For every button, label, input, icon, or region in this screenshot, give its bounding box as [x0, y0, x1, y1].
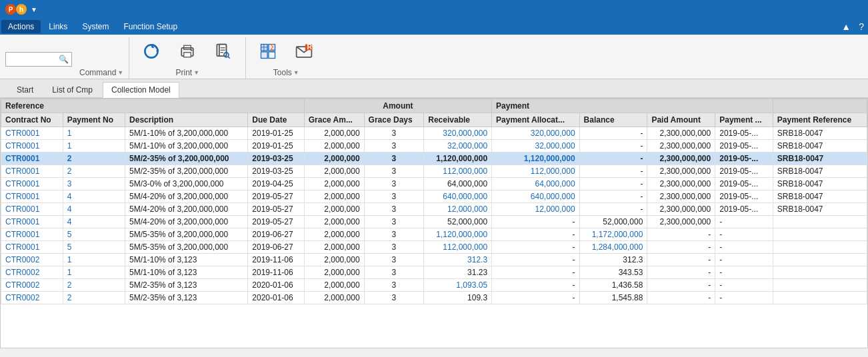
pivot-button[interactable]: ∑ — [251, 37, 285, 67]
menu-item-actions[interactable]: Actions — [1, 20, 41, 33]
table-cell: 2,000,000 — [304, 140, 364, 153]
table-cell: 4 — [63, 190, 125, 203]
table-row[interactable]: CTR000215M/1-10% of 3,1232019-11-062,000… — [1, 254, 867, 266]
col-grace-amount: Grace Am... — [304, 113, 364, 127]
table-cell: 5M/4-20% of 3,200,000,000 — [125, 190, 248, 203]
table-cell: 5M/5-35% of 3,200,000,000 — [125, 241, 248, 254]
table-row[interactable]: CTR000215M/1-10% of 3,1232019-11-062,000… — [1, 266, 867, 279]
pivot-icon: ∑ — [257, 41, 279, 62]
ribbon-group-command: Command ▼ — [74, 37, 129, 79]
table-row[interactable]: CTR000155M/5-35% of 3,200,000,0002019-06… — [1, 241, 867, 254]
table-cell: - — [492, 266, 580, 279]
data-table-container[interactable]: Reference Amount Payment Contract No Pay… — [0, 98, 868, 348]
table-cell: 2,000,000 — [304, 153, 364, 165]
table-cell: SRB18-0047 — [773, 190, 867, 203]
command-expand-icon[interactable]: ▼ — [117, 69, 123, 76]
table-cell: 3 — [364, 140, 424, 153]
tab-collection-model[interactable]: Collection Model — [103, 82, 179, 98]
table-cell: CTR0001 — [1, 203, 63, 216]
table-cell: 2,300,000,000 — [647, 203, 715, 216]
maximize-button[interactable] — [836, 3, 848, 15]
table-cell: 2,300,000,000 — [647, 165, 715, 178]
table-cell: 2019-05-... — [715, 140, 773, 153]
header-group-reference: Reference — [1, 99, 305, 113]
col-paid-amount: Paid Amount — [647, 113, 715, 127]
table-row[interactable]: CTR000145M/4-20% of 3,200,000,0002019-05… — [1, 216, 867, 228]
refresh-button[interactable] — [135, 37, 168, 67]
table-cell: - — [579, 190, 647, 203]
help-icon[interactable]: ? — [856, 21, 867, 32]
table-cell: - — [492, 228, 580, 241]
title-bar: P h ▼ — [0, 0, 868, 19]
svg-rect-15 — [269, 52, 275, 59]
table-cell: 64,000,000 — [424, 178, 492, 190]
mail-merge-button[interactable]: RTF — [287, 37, 321, 67]
table-cell: 3 — [364, 190, 424, 203]
table-cell: 2,000,000 — [304, 203, 364, 216]
window-controls — [821, 3, 863, 15]
print-button[interactable] — [171, 37, 204, 67]
mail-merge-icon: RTF — [293, 41, 315, 62]
tools-buttons: ∑ RTF — [251, 37, 321, 67]
table-cell: 1,120,000,000 — [424, 153, 492, 165]
print-expand-icon[interactable]: ▼ — [193, 69, 199, 76]
table-cell: 1,093.05 — [424, 279, 492, 292]
table-row[interactable]: CTR000145M/4-20% of 3,200,000,0002019-05… — [1, 190, 867, 203]
table-cell: 2 — [63, 165, 125, 178]
table-cell: - — [715, 228, 773, 241]
table-cell: 2019-05-27 — [248, 216, 304, 228]
table-cell: 2019-06-27 — [248, 241, 304, 254]
table-cell — [773, 266, 867, 279]
menu-item-system[interactable]: System — [75, 20, 115, 33]
table-cell: 5M/5-35% of 3,200,000,000 — [125, 228, 248, 241]
table-cell: - — [492, 216, 580, 228]
chevron-down-icon[interactable]: ▼ — [31, 6, 37, 13]
search-icon[interactable]: 🔍 — [59, 55, 69, 64]
menu-item-function-setup[interactable]: Function Setup — [117, 20, 184, 33]
table-cell: 2019-11-06 — [248, 266, 304, 279]
table-cell: 112,000,000 — [424, 241, 492, 254]
table-cell: 2019-01-25 — [248, 140, 304, 153]
minimize-button[interactable] — [821, 3, 833, 15]
table-cell: 2 — [63, 279, 125, 292]
table-cell: 3 — [364, 203, 424, 216]
table-row[interactable]: CTR000145M/4-20% of 3,200,000,0002019-05… — [1, 203, 867, 216]
table-cell: 112,000,000 — [492, 165, 580, 178]
table-cell: 2,000,000 — [304, 190, 364, 203]
tab-list-of-cmp[interactable]: List of Cmp — [43, 82, 101, 97]
table-row[interactable]: CTR000125M/2-35% of 3,200,000,0002019-03… — [1, 153, 867, 165]
table-cell: 2020-01-06 — [248, 292, 304, 304]
table-cell: - — [579, 203, 647, 216]
table-cell: 5M/2-35% of 3,123 — [125, 292, 248, 304]
ribbon-group-print: Print ▼ — [129, 37, 246, 79]
col-payment-allocat: Payment Allocat... — [492, 113, 580, 127]
close-button[interactable] — [851, 3, 863, 15]
table-row[interactable]: CTR000155M/5-35% of 3,200,000,0002019-06… — [1, 228, 867, 241]
table-cell: 5M/1-10% of 3,200,000,000 — [125, 140, 248, 153]
table-cell — [773, 254, 867, 266]
tab-start[interactable]: Start — [8, 82, 42, 97]
data-table: Reference Amount Payment Contract No Pay… — [1, 99, 867, 304]
preview-button[interactable] — [207, 37, 240, 67]
table-cell: 4 — [63, 216, 125, 228]
table-cell — [773, 241, 867, 254]
table-row[interactable]: CTR000115M/1-10% of 3,200,000,0002019-01… — [1, 127, 867, 140]
table-cell: CTR0002 — [1, 292, 63, 304]
table-cell: SRB18-0047 — [773, 140, 867, 153]
table-cell: - — [579, 165, 647, 178]
table-cell: SRB18-0047 — [773, 127, 867, 140]
tools-expand-icon[interactable]: ▼ — [293, 69, 299, 76]
table-cell: 2,000,000 — [304, 216, 364, 228]
table-row[interactable]: CTR000225M/2-35% of 3,1232020-01-062,000… — [1, 279, 867, 292]
table-cell: 3 — [364, 279, 424, 292]
table-cell: 5M/1-10% of 3,200,000,000 — [125, 127, 248, 140]
table-row[interactable]: CTR000135M/3-0% of 3,200,000,0002019-04-… — [1, 178, 867, 190]
table-cell: - — [715, 254, 773, 266]
menu-item-links[interactable]: Links — [42, 20, 74, 33]
table-row[interactable]: CTR000125M/2-35% of 3,200,000,0002019-03… — [1, 165, 867, 178]
table-cell — [773, 279, 867, 292]
table-cell: - — [715, 266, 773, 279]
table-row[interactable]: CTR000225M/2-35% of 3,1232020-01-062,000… — [1, 292, 867, 304]
collapse-icon[interactable]: ▲ — [839, 21, 853, 32]
table-row[interactable]: CTR000115M/1-10% of 3,200,000,0002019-01… — [1, 140, 867, 153]
